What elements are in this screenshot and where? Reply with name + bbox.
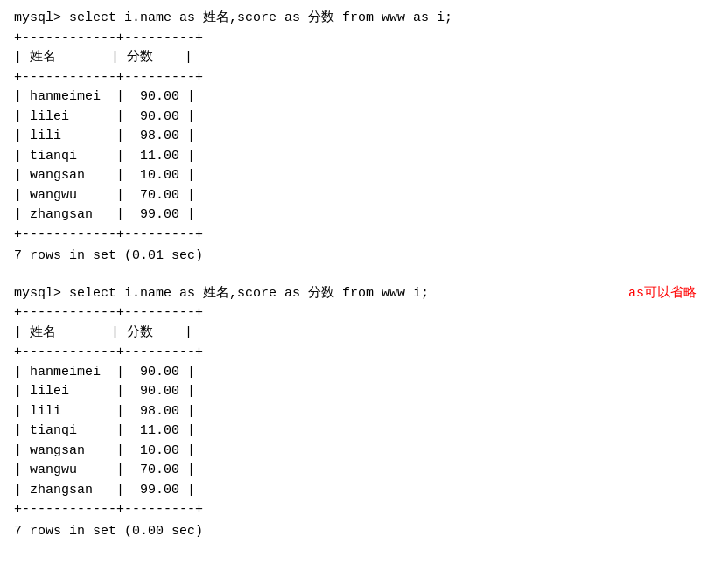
command-2-wrapper: mysql> select i.name as 姓名,score as 分数 f…: [14, 284, 714, 304]
table-2-separator-header: +------------+---------+: [14, 343, 714, 363]
table-1-header: | 姓名 | 分数 |: [14, 48, 714, 68]
table-2-row-5: | wangsan | 10.00 |: [14, 442, 714, 462]
table-1-row-5: | wangsan | 10.00 |: [14, 166, 714, 186]
terminal-block-1: mysql> select i.name as 姓名,score as 分数 f…: [14, 9, 714, 267]
command-1: mysql> select i.name as 姓名,score as 分数 f…: [14, 9, 714, 29]
result-2: 7 rows in set (0.00 sec): [14, 522, 714, 542]
table-2-row-4: | tianqi | 11.00 |: [14, 421, 714, 442]
table-1-separator-header: +------------+---------+: [14, 68, 714, 88]
table-2-row-3: | lili | 98.00 |: [14, 402, 714, 422]
table-2-header: | 姓名 | 分数 |: [14, 324, 714, 344]
table-2-separator-top: +------------+---------+: [14, 303, 714, 324]
table-1-row-4: | tianqi | 11.00 |: [14, 147, 714, 167]
table-1-row-7: | zhangsan | 99.00 |: [14, 205, 714, 226]
as-annotation: as可以省略: [628, 284, 696, 301]
table-2-row-1: | hanmeimei | 90.00 |: [14, 363, 714, 383]
table-2-row-7: | zhangsan | 99.00 |: [14, 481, 714, 501]
table-2-row-6: | wangwu | 70.00 |: [14, 461, 714, 481]
terminal-block-2: mysql> select i.name as 姓名,score as 分数 f…: [14, 284, 714, 542]
table-1-row-1: | hanmeimei | 90.00 |: [14, 87, 714, 108]
result-1: 7 rows in set (0.01 sec): [14, 247, 714, 267]
table-1-separator-bottom: +------------+---------+: [14, 226, 714, 246]
command-2: mysql> select i.name as 姓名,score as 分数 f…: [14, 284, 714, 304]
table-2-separator-bottom: +------------+---------+: [14, 500, 714, 520]
table-1-row-2: | lilei | 90.00 |: [14, 108, 714, 128]
table-1-row-3: | lili | 98.00 |: [14, 127, 714, 147]
table-2-row-2: | lilei | 90.00 |: [14, 382, 714, 402]
table-1-row-6: | wangwu | 70.00 |: [14, 186, 714, 206]
table-1-separator-top: +------------+---------+: [14, 29, 714, 49]
